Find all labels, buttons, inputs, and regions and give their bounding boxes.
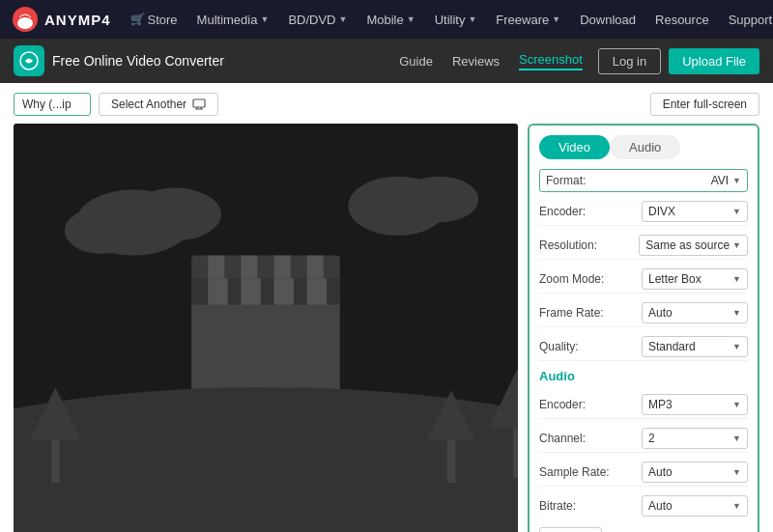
settings-tabs: Video Audio	[539, 135, 748, 159]
svg-rect-18	[208, 256, 224, 279]
samplerate-row: Sample Rate: Auto ▼	[539, 459, 748, 487]
sub-nav-guide[interactable]: Guide	[399, 54, 433, 69]
app-logo-icon	[14, 45, 44, 76]
app-logo: Free Online Video Converter	[14, 45, 224, 76]
sub-navigation: Free Online Video Converter Guide Review…	[0, 39, 773, 83]
logo[interactable]: ANYMP4	[12, 6, 111, 33]
nav-mobile[interactable]: Mobile ▼	[358, 9, 422, 31]
chevron-down-icon: ▼	[407, 14, 415, 24]
svg-point-22	[14, 387, 518, 532]
file-name-display: Why (...ip	[14, 93, 91, 116]
player-settings-row: ⏮ ▶ ⏹ ⏭ 🔊 Video Audio Format: AVI ▼	[14, 124, 759, 532]
tab-audio[interactable]: Audio	[610, 135, 680, 159]
svg-rect-25	[51, 436, 60, 483]
chevron-down-icon: ▼	[732, 434, 741, 443]
encoder-row: Encoder: DIVX ▼	[539, 198, 748, 226]
nav-resource[interactable]: Resource	[647, 9, 717, 31]
format-row: Format: AVI ▼	[539, 169, 748, 192]
chevron-down-icon: ▼	[732, 274, 741, 284]
channel-label: Channel:	[539, 432, 586, 445]
sub-nav-login-button[interactable]: Log in	[598, 48, 661, 74]
svg-rect-21	[307, 256, 324, 279]
svg-rect-20	[274, 256, 291, 279]
file-controls: Why (...ip Select Another Enter full-scr…	[14, 93, 759, 116]
chevron-down-icon: ▼	[260, 14, 269, 24]
sub-nav-screenshot[interactable]: Screenshot	[519, 52, 583, 70]
quality-label: Quality:	[539, 340, 579, 353]
framerate-label: Frame Rate:	[539, 306, 604, 320]
svg-point-8	[65, 208, 137, 254]
reset-button[interactable]: Reset	[539, 527, 602, 532]
nav-store[interactable]: 🛒 Store	[123, 9, 186, 31]
top-navigation: ANYMP4 🛒 Store Multimedia ▼ BD/DVD ▼ Mob…	[0, 0, 773, 39]
nav-utility[interactable]: Utility ▼	[427, 9, 485, 31]
quality-dropdown[interactable]: Standard ▼	[642, 336, 748, 357]
settings-panel: Video Audio Format: AVI ▼ Encoder: DIVX …	[528, 124, 759, 532]
channel-row: Channel: 2 ▼	[539, 425, 748, 453]
nav-support[interactable]: Support	[721, 9, 773, 31]
chevron-down-icon: ▼	[732, 400, 741, 409]
bitrate-label: Bitrate:	[539, 499, 576, 513]
resolution-label: Resolution:	[539, 238, 597, 252]
sub-nav-reviews[interactable]: Reviews	[452, 54, 500, 69]
quality-row: Quality: Standard ▼	[539, 333, 748, 361]
logo-icon	[12, 6, 39, 33]
video-scene	[14, 124, 518, 532]
audio-encoder-dropdown[interactable]: MP3 ▼	[642, 394, 748, 415]
chevron-down-icon: ▼	[552, 14, 560, 24]
svg-rect-19	[241, 256, 257, 279]
framerate-row: Frame Rate: Auto ▼	[539, 299, 748, 327]
app-name: Free Online Video Converter	[52, 53, 224, 69]
monitor-icon	[192, 98, 206, 110]
bitrate-dropdown[interactable]: Auto ▼	[642, 495, 748, 517]
svg-rect-27	[513, 424, 518, 478]
video-player: ⏮ ▶ ⏹ ⏭ 🔊	[14, 124, 518, 532]
nav-bddvd[interactable]: BD/DVD ▼	[280, 9, 355, 31]
samplerate-dropdown[interactable]: Auto ▼	[642, 462, 748, 483]
chevron-down-icon: ▼	[732, 501, 741, 511]
svg-point-7	[129, 188, 221, 241]
logo-text: ANYMP4	[44, 12, 111, 28]
nav-download[interactable]: Download	[572, 9, 644, 31]
chevron-down-icon: ▼	[732, 467, 741, 477]
encoder-label: Encoder:	[539, 205, 586, 218]
store-icon: 🛒	[130, 13, 145, 26]
svg-point-10	[399, 177, 478, 223]
chevron-down-icon: ▼	[468, 14, 476, 24]
chevron-down-icon: ▼	[732, 176, 741, 185]
chevron-down-icon: ▼	[732, 207, 741, 216]
channel-dropdown[interactable]: 2 ▼	[642, 428, 748, 449]
tab-video[interactable]: Video	[539, 135, 610, 159]
resolution-dropdown[interactable]: Same as source ▼	[639, 235, 748, 256]
bitrate-row: Bitrate: Auto ▼	[539, 492, 748, 519]
chevron-down-icon: ▼	[732, 342, 741, 351]
framerate-dropdown[interactable]: Auto ▼	[642, 302, 748, 323]
encoder-dropdown[interactable]: DIVX ▼	[642, 201, 748, 222]
resolution-row: Resolution: Same as source ▼	[539, 232, 748, 260]
svg-rect-3	[193, 99, 205, 107]
svg-point-1	[17, 17, 33, 29]
chevron-down-icon: ▼	[732, 240, 741, 250]
fullscreen-button[interactable]: Enter full-screen	[650, 93, 759, 116]
chevron-down-icon: ▼	[339, 14, 348, 24]
audio-encoder-row: Encoder: MP3 ▼	[539, 391, 748, 419]
svg-rect-29	[447, 436, 456, 483]
sub-nav-upload-button[interactable]: Upload File	[669, 48, 759, 74]
zoom-dropdown[interactable]: Letter Box ▼	[642, 268, 748, 290]
audio-section-label: Audio	[539, 367, 748, 385]
select-another-button[interactable]: Select Another	[99, 93, 218, 116]
format-label: Format:	[546, 174, 586, 187]
main-content: Why (...ip Select Another Enter full-scr…	[0, 83, 773, 532]
format-dropdown[interactable]: AVI ▼	[711, 174, 741, 187]
nav-freeware[interactable]: Freeware ▼	[488, 9, 568, 31]
zoom-row: Zoom Mode: Letter Box ▼	[539, 266, 748, 294]
samplerate-label: Sample Rate:	[539, 465, 610, 479]
nav-multimedia[interactable]: Multimedia ▼	[189, 9, 277, 31]
audio-encoder-label: Encoder:	[539, 398, 586, 411]
zoom-label: Zoom Mode:	[539, 272, 604, 286]
chevron-down-icon: ▼	[732, 308, 741, 318]
sub-nav-links: Guide Reviews Screenshot	[399, 52, 583, 70]
